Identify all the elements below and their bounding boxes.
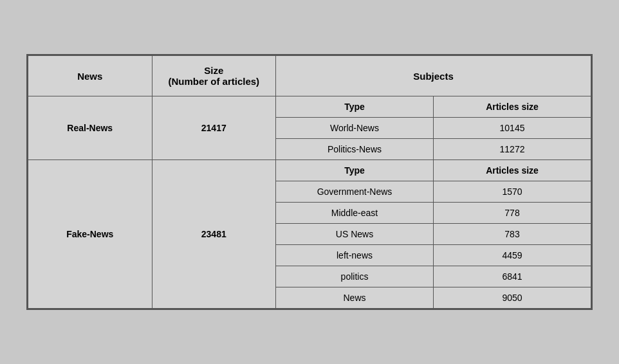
fake-news-articles-size-header: Articles size [434,160,591,181]
real-news-articles-size-1: 11272 [434,139,591,160]
fake-news-type-1: Middle-east [276,203,434,224]
real-news-type-header: Type [276,96,434,118]
size-header-title: Size [204,65,223,76]
real-news-size: 21417 [152,96,276,160]
fake-news-type-5: News [276,287,434,309]
size-header-subtitle: (Number of articles) [168,76,259,87]
size-column-header: Size (Number of articles) [152,56,276,96]
fake-news-label: Fake-News [28,160,152,309]
fake-news-articles-size-3: 4459 [434,245,591,266]
real-news-sub-header-row: Real-News 21417 Type Articles size [28,96,591,118]
news-column-header: News [28,56,152,96]
real-news-articles-size-header: Articles size [434,96,591,118]
real-news-label: Real-News [28,96,152,160]
fake-news-type-2: US News [276,224,434,245]
subjects-column-header: Subjects [276,56,591,96]
fake-news-sub-header-row: Fake-News 23481 Type Articles size [28,160,591,181]
fake-news-articles-size-4: 6841 [434,266,591,287]
main-table-container: News Size (Number of articles) Subjects … [26,54,593,310]
data-table: News Size (Number of articles) Subjects … [28,55,591,309]
fake-news-size: 23481 [152,160,276,309]
fake-news-type-0: Government-News [276,181,434,203]
fake-news-articles-size-1: 778 [434,203,591,224]
fake-news-type-header: Type [276,160,434,181]
fake-news-type-3: left-news [276,245,434,266]
fake-news-articles-size-5: 9050 [434,287,591,309]
fake-news-articles-size-2: 783 [434,224,591,245]
real-news-type-0: World-News [276,118,434,139]
fake-news-type-4: politics [276,266,434,287]
fake-news-articles-size-0: 1570 [434,181,591,203]
real-news-type-1: Politics-News [276,139,434,160]
main-header-row: News Size (Number of articles) Subjects [28,56,591,96]
real-news-articles-size-0: 10145 [434,118,591,139]
